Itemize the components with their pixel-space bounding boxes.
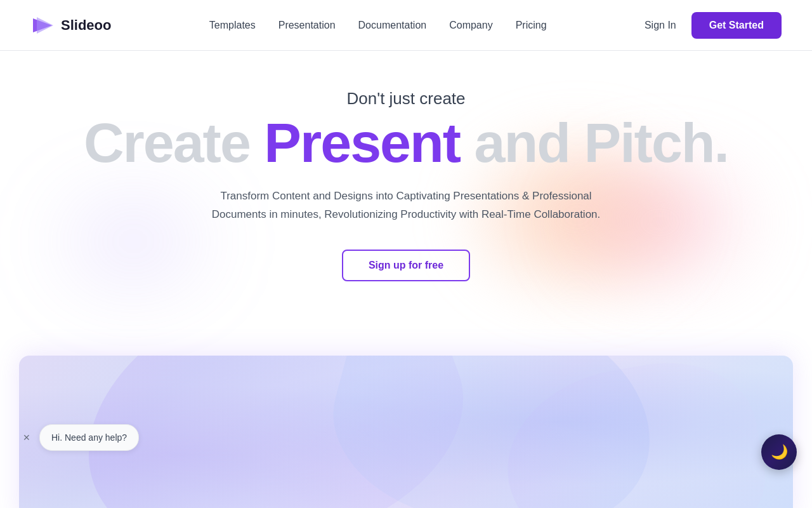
get-started-button[interactable]: Get Started: [691, 12, 782, 39]
chat-widget: ✕ Hi. Need any help?: [19, 424, 139, 451]
dark-mode-toggle[interactable]: 🌙: [761, 434, 797, 470]
nav-link-pricing[interactable]: Pricing: [516, 20, 547, 30]
logo[interactable]: Slideoo: [30, 13, 111, 37]
brand-name: Slideoo: [61, 17, 111, 34]
hero-title: Create Present and Pitch.: [84, 114, 728, 172]
nav-item-documentation[interactable]: Documentation: [358, 20, 427, 31]
hero-content: Don't just create Create Present and Pit…: [84, 89, 728, 312]
svg-marker-1: [37, 17, 53, 34]
hero-section: Don't just create Create Present and Pit…: [0, 51, 812, 508]
moon-icon: 🌙: [771, 444, 788, 460]
nav-item-presentation[interactable]: Presentation: [278, 20, 336, 31]
nav-item-templates[interactable]: Templates: [209, 20, 256, 31]
hero-subtitle: Don't just create: [346, 89, 465, 109]
hero-title-pitch: and Pitch.: [460, 111, 728, 174]
nav-actions: Sign In Get Started: [645, 12, 782, 39]
nav-item-pricing[interactable]: Pricing: [516, 20, 547, 31]
hero-title-create: Create: [84, 111, 264, 174]
nav-item-company[interactable]: Company: [449, 20, 492, 31]
hero-description: Transform Content and Designs into Capti…: [203, 187, 609, 224]
nav-link-templates[interactable]: Templates: [209, 20, 256, 30]
nav-link-company[interactable]: Company: [449, 20, 492, 30]
hero-title-present: Present: [264, 111, 460, 174]
signup-button[interactable]: Sign up for free: [342, 250, 470, 281]
nav-link-presentation[interactable]: Presentation: [278, 20, 336, 30]
navbar: Slideoo Templates Presentation Documenta…: [0, 0, 812, 51]
nav-menu: Templates Presentation Documentation Com…: [209, 20, 547, 31]
nav-link-documentation[interactable]: Documentation: [358, 20, 427, 30]
chat-bubble: Hi. Need any help?: [39, 424, 139, 451]
sign-in-button[interactable]: Sign In: [645, 20, 676, 31]
logo-icon: [30, 13, 55, 37]
chat-close-button[interactable]: ✕: [19, 430, 34, 445]
